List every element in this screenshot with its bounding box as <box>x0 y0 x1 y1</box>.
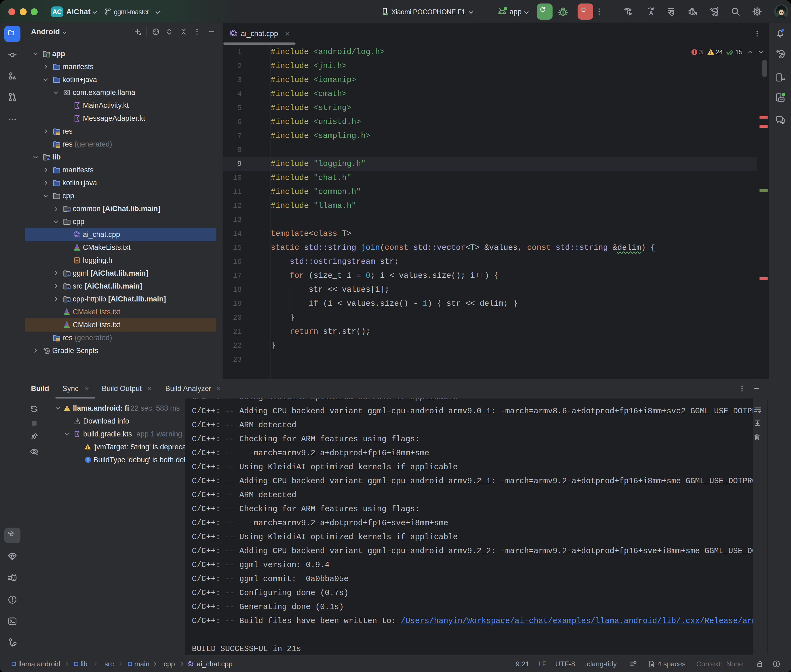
svg-text:A: A <box>649 10 653 16</box>
